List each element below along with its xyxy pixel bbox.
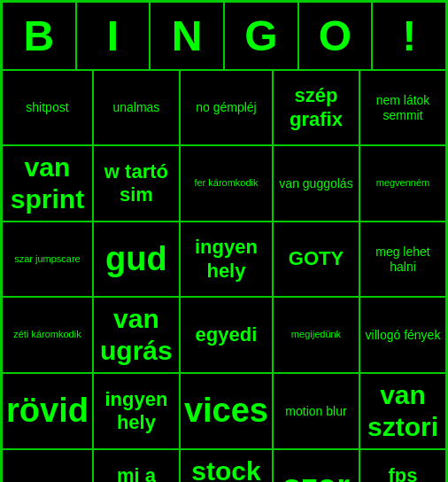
header-o: O <box>298 2 373 70</box>
cell-text-18: megijedünk <box>291 329 341 340</box>
cell-text-12: ingyen hely <box>184 236 268 283</box>
cell-text-5: van sprint <box>6 152 89 215</box>
bingo-cell-5: van sprint <box>2 145 93 222</box>
header-exclaim: ! <box>372 2 446 70</box>
cell-text-17: egyedi <box>196 323 258 346</box>
cell-text-3: szép grafix <box>277 84 355 131</box>
header-i: I <box>76 2 151 70</box>
cell-text-28: szar <box>282 467 350 482</box>
cell-text-7: fer káromkodik <box>194 177 258 189</box>
cell-text-2: no gémpléj <box>196 100 257 115</box>
bingo-cell-29: fps máúd <box>359 449 446 482</box>
bingo-cell-9: megvenném <box>359 145 446 222</box>
cell-text-10: szar jumpscare <box>14 253 81 265</box>
cell-text-1: unalmas <box>112 100 159 115</box>
bingo-cell-13: GOTY <box>273 222 359 297</box>
bingo-cell-17: egyedi <box>180 297 273 373</box>
bingo-cell-4: nem látok semmit <box>359 70 446 145</box>
cell-text-23: motion blur <box>285 404 346 419</box>
bingo-cell-21: ingyen hely <box>93 373 180 449</box>
bingo-cell-18: megijedünk <box>273 297 359 373</box>
cell-text-6: w tartó sim <box>97 160 175 207</box>
cell-text-19: villogó fények <box>366 328 441 343</box>
bingo-cell-11: gud <box>93 222 180 297</box>
cell-text-0: shitpost <box>26 100 68 115</box>
cell-text-27: stock sfx <box>184 455 268 482</box>
bingo-cell-26: mi a fasz?! <box>93 449 180 482</box>
bingo-cell-19: villogó fények <box>359 297 446 373</box>
bingo-cell-0: shitpost <box>2 70 93 145</box>
bingo-cell-14: meg lehet halni <box>359 222 446 297</box>
bingo-cell-24: van sztori <box>359 373 446 449</box>
cell-text-20: rövid <box>6 391 89 431</box>
bingo-cell-3: szép grafix <box>273 70 359 145</box>
header-n: N <box>150 2 224 70</box>
cell-text-29: fps máúd <box>364 464 442 482</box>
cell-text-16: van ugrás <box>97 303 175 367</box>
bingo-cell-23: motion blur <box>273 373 359 449</box>
cell-text-21: ingyen hely <box>97 388 175 435</box>
bingo-card: B I N G O ! shitpostunalmasno gémpléjszé… <box>0 0 448 482</box>
cell-text-26: mi a fasz?! <box>97 464 175 482</box>
cell-text-15: zéti káromkodik <box>13 329 81 340</box>
cell-text-9: megvenném <box>376 177 430 189</box>
cell-text-11: gud <box>105 239 167 280</box>
bingo-grid: shitpostunalmasno gémpléjszép grafixnem … <box>2 70 446 482</box>
cell-text-13: GOTY <box>289 247 344 270</box>
bingo-cell-16: van ugrás <box>93 297 180 373</box>
cell-text-22: vices <box>184 391 268 431</box>
bingo-cell-22: vices <box>180 373 273 449</box>
bingo-cell-27: stock sfx <box>180 449 273 482</box>
bingo-cell-10: szar jumpscare <box>2 222 93 297</box>
bingo-cell-7: fer káromkodik <box>180 145 273 222</box>
cell-text-4: nem látok semmit <box>364 93 442 123</box>
bingo-cell-20: rövid <box>2 373 93 449</box>
cell-text-14: meg lehet halni <box>364 245 442 275</box>
bingo-header: B I N G O ! <box>2 2 446 70</box>
bingo-cell-15: zéti káromkodik <box>2 297 93 373</box>
bingo-cell-2: no gémpléj <box>180 70 273 145</box>
bingo-cell-28: szar <box>273 449 359 482</box>
bingo-cell-1: unalmas <box>93 70 180 145</box>
bingo-cell-8: van guggolás <box>273 145 359 222</box>
header-g: G <box>224 2 298 70</box>
cell-text-24: van sztori <box>364 379 442 443</box>
bingo-cell-6: w tartó sim <box>93 145 180 222</box>
cell-text-8: van guggolás <box>279 176 352 191</box>
header-b: B <box>2 2 76 70</box>
bingo-cell-25: minőségi <box>2 449 93 482</box>
bingo-cell-12: ingyen hely <box>180 222 273 297</box>
